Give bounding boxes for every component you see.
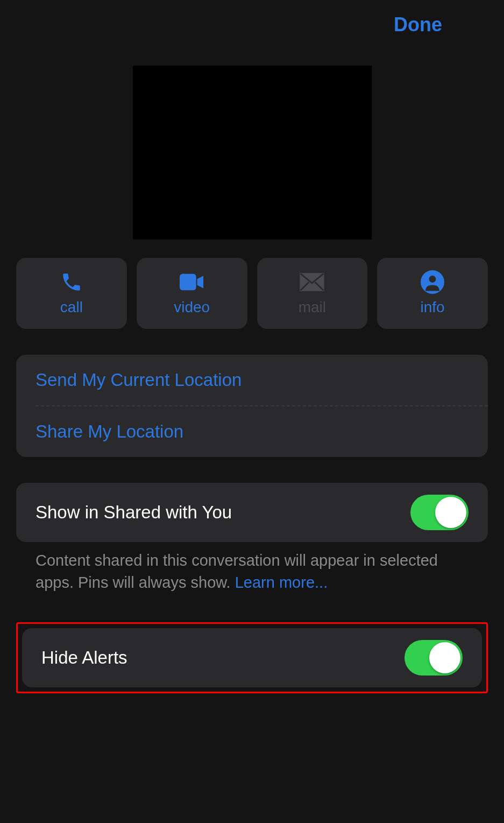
mail-icon xyxy=(300,271,324,293)
learn-more-link[interactable]: Learn more... xyxy=(235,574,328,591)
hide-alerts-label: Hide Alerts xyxy=(41,648,127,668)
video-icon xyxy=(180,271,204,293)
svg-rect-0 xyxy=(180,274,196,291)
shared-with-you-label: Show in Shared with You xyxy=(36,502,232,523)
hide-alerts-section: Hide Alerts xyxy=(22,628,482,687)
shared-with-you-description: Content shared in this conversation will… xyxy=(16,542,488,593)
action-row: call video mail info xyxy=(16,258,488,329)
person-circle-icon xyxy=(420,271,445,293)
toggle-knob xyxy=(429,642,460,673)
shared-with-you-section: Show in Shared with You xyxy=(16,483,488,542)
hide-alerts-row: Hide Alerts xyxy=(22,628,482,687)
send-location-button[interactable]: Send My Current Location xyxy=(16,355,488,405)
done-button[interactable]: Done xyxy=(394,13,442,36)
info-label: info xyxy=(421,299,445,316)
location-section: Send My Current Location Share My Locati… xyxy=(16,355,488,457)
toggle-knob xyxy=(435,497,466,528)
video-button[interactable]: video xyxy=(137,258,247,329)
mail-label: mail xyxy=(299,299,326,316)
mail-button: mail xyxy=(257,258,368,329)
contact-photo xyxy=(133,66,372,240)
svg-point-3 xyxy=(429,276,436,283)
contact-photo-area xyxy=(16,66,488,240)
info-button[interactable]: info xyxy=(377,258,488,329)
phone-icon xyxy=(59,271,84,293)
call-button[interactable]: call xyxy=(16,258,127,329)
share-location-button[interactable]: Share My Location xyxy=(16,406,488,457)
call-label: call xyxy=(60,299,83,316)
shared-with-you-toggle[interactable] xyxy=(410,495,468,530)
shared-with-you-row: Show in Shared with You xyxy=(16,483,488,542)
highlighted-hide-alerts: Hide Alerts xyxy=(16,622,488,693)
hide-alerts-toggle[interactable] xyxy=(404,640,463,676)
video-label: video xyxy=(174,299,210,316)
header: Done xyxy=(16,0,488,36)
